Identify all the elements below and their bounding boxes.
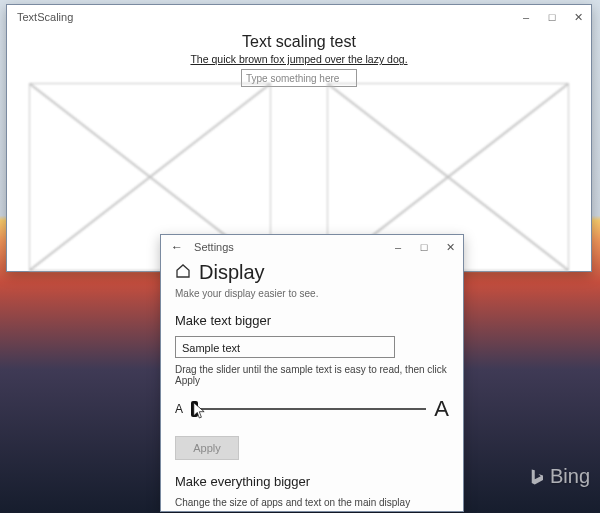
close-button[interactable]: ✕ xyxy=(571,11,585,24)
scale-hint: Change the size of apps and text on the … xyxy=(175,497,449,508)
maximize-button[interactable]: □ xyxy=(545,11,559,24)
slider-label-big-a: A xyxy=(434,396,449,422)
textscaling-window: TextScaling – □ ✕ Text scaling test The … xyxy=(6,4,592,272)
textscaling-heading: Text scaling test xyxy=(7,33,591,51)
slider-label-small-a: A xyxy=(175,402,183,416)
minimize-button[interactable]: – xyxy=(519,11,533,24)
sample-text-value: Sample text xyxy=(182,342,240,354)
desktop-wallpaper: TextScaling – □ ✕ Text scaling test The … xyxy=(0,0,600,513)
home-icon[interactable] xyxy=(175,263,191,282)
close-button[interactable]: ✕ xyxy=(443,241,457,254)
maximize-button[interactable]: □ xyxy=(417,241,431,254)
section-make-everything-bigger-heading: Make everything bigger xyxy=(175,474,449,489)
sample-text-input[interactable]: Sample text xyxy=(175,336,395,358)
bing-watermark-text: Bing xyxy=(550,465,590,488)
apply-button[interactable]: Apply xyxy=(175,436,239,460)
bing-icon xyxy=(528,468,546,486)
page-subtitle: Make your display easier to see. xyxy=(175,288,449,299)
minimize-button[interactable]: – xyxy=(391,241,405,254)
textscaling-sample-sentence: The quick brown fox jumped over the lazy… xyxy=(7,53,591,65)
slider-hint: Drag the slider until the sample text is… xyxy=(175,364,449,386)
settings-app-label: Settings xyxy=(194,241,234,253)
textscaling-titlebar[interactable]: TextScaling – □ ✕ xyxy=(7,5,591,29)
textscaling-title: TextScaling xyxy=(17,11,73,23)
settings-window: ← Settings – □ ✕ Display Make your displ… xyxy=(160,234,464,512)
text-size-slider[interactable]: A A xyxy=(175,396,449,422)
settings-titlebar[interactable]: ← Settings – □ ✕ xyxy=(161,235,463,259)
apply-button-label: Apply xyxy=(193,442,221,454)
page-title: Display xyxy=(199,261,265,284)
slider-thumb[interactable] xyxy=(191,401,198,417)
bing-watermark: Bing xyxy=(528,465,590,488)
section-make-text-bigger-heading: Make text bigger xyxy=(175,313,449,328)
slider-track[interactable] xyxy=(191,408,426,410)
back-button[interactable]: ← xyxy=(171,240,183,254)
